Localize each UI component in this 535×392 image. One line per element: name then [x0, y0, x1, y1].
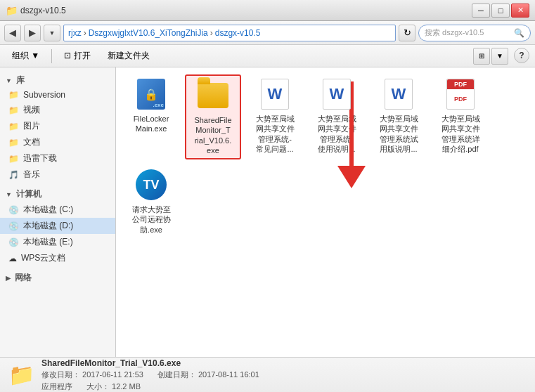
folder-icon: 📁	[8, 154, 19, 164]
file-item-doc2[interactable]: W 大势至局域网共享文件管理系统-使用说明...	[309, 74, 365, 159]
sidebar-item-subversion[interactable]: 📁 Subversion	[0, 88, 115, 102]
close-button[interactable]: ✕	[511, 4, 529, 18]
drive-icon: 💿	[8, 237, 19, 247]
status-modified-label: 修改日期：	[41, 370, 80, 379]
file-label: 大势至局域网共享文件管理系统-常见问题...	[256, 114, 295, 154]
open-button[interactable]: ⊡ 打开	[58, 47, 96, 65]
file-label: SharedFileMonitor_Trial_V10.6.exe	[194, 115, 231, 155]
path-current[interactable]: dszgx-v10.5	[215, 28, 261, 38]
maximize-button[interactable]: □	[491, 4, 510, 18]
sidebar-item-label: WPS云文档	[21, 252, 65, 264]
file-item-doc1[interactable]: W 大势至局域网共享文件管理系统-常见问题...	[247, 74, 303, 159]
file-label: 大势至局域网共享文件管理系统-使用说明...	[318, 114, 356, 154]
sidebar-item-video[interactable]: 📁 视频	[0, 102, 115, 118]
sidebar-item-pictures[interactable]: 📁 图片	[0, 118, 115, 134]
file-icon-wrapper: 🔒	[134, 77, 168, 111]
status-modified: 修改日期： 2017-06-11 21:53	[41, 370, 143, 380]
music-icon: 🎵	[8, 170, 19, 180]
sidebar-item-label: 文档	[23, 136, 40, 148]
main-content: ▼ 库 📁 Subversion 📁 视频 📁 图片 📁 文档 📁 迅雷下	[0, 67, 535, 357]
file-label: FileLockerMain.exe	[134, 114, 169, 134]
sidebar-item-label: Subversion	[23, 90, 65, 100]
arrow-icon: ▼	[6, 77, 12, 84]
search-box[interactable]: 搜索 dszgx-v10.5 🔍	[418, 25, 531, 41]
sidebar-header-library[interactable]: ▼ 库	[0, 72, 115, 88]
sidebar-item-docs[interactable]: 📁 文档	[0, 134, 115, 150]
file-label: 大势至局域网共享文件管理系统详细介绍.pdf	[441, 114, 480, 154]
drive-icon: 💿	[8, 221, 19, 231]
window-title: dszgx-v10.5	[20, 6, 66, 15]
sidebar-group-network: ▶ 网络	[0, 269, 115, 285]
status-bar: 📁 SharedFileMonitor_Trial_V10.6.exe 修改日期…	[0, 357, 535, 392]
status-details-2: 应用程序 大小： 12.2 MB	[41, 381, 259, 392]
file-icon-wrapper: W	[258, 77, 292, 111]
word-icon: W	[323, 79, 351, 110]
help-button[interactable]: ?	[514, 48, 529, 63]
file-icon-wrapper: W	[320, 77, 354, 111]
file-item-doc3[interactable]: W 大势至局域网共享文件管理系统试用版说明...	[370, 74, 427, 159]
sidebar-item-xunlei[interactable]: 📁 迅雷下载	[0, 150, 115, 166]
refresh-button[interactable]: ↻	[399, 25, 415, 41]
folder-icon: 📁	[8, 105, 19, 115]
sidebar-item-label: 视频	[23, 104, 40, 116]
status-size-value: 12.2 MB	[112, 382, 141, 391]
folder-icon: 📁	[8, 138, 19, 148]
forward-button[interactable]: ▶	[24, 25, 41, 41]
folder-icon: 📁	[8, 90, 19, 100]
status-size: 大小： 12.2 MB	[86, 381, 141, 392]
toolbar-separator	[51, 49, 52, 63]
sidebar-item-drive-e[interactable]: 💿 本地磁盘 (E:)	[0, 234, 115, 250]
sidebar-item-label: 图片	[23, 120, 40, 132]
sidebar-item-label: 本地磁盘 (C:)	[23, 204, 73, 216]
title-bar-left: 📁 dszgx-v10.5	[6, 5, 66, 16]
sidebar: ▼ 库 📁 Subversion 📁 视频 📁 图片 📁 文档 📁 迅雷下	[0, 67, 116, 357]
sidebar-section-label: 网络	[15, 272, 32, 284]
back-button[interactable]: ◀	[4, 25, 21, 41]
arrow-head	[337, 166, 366, 188]
sidebar-item-label: 音乐	[23, 169, 40, 181]
status-type: 应用程序	[41, 381, 72, 392]
word-icon: W	[385, 79, 413, 110]
sidebar-item-drive-d[interactable]: 💿 本地磁盘 (D:)	[0, 218, 115, 234]
path-rjxz[interactable]: rjxz	[68, 28, 82, 38]
sidebar-header-computer[interactable]: ▼ 计算机	[0, 185, 115, 202]
search-icon: 🔍	[514, 28, 524, 38]
minimize-button[interactable]: ─	[472, 4, 490, 18]
file-item-sharedfilemonitor[interactable]: SharedFileMonitor_Trial_V10.6.exe	[185, 74, 241, 159]
sidebar-section-label: 计算机	[16, 188, 41, 200]
view-dropdown[interactable]: ▼	[491, 48, 508, 65]
toolbar: 组织 ▼ ⊡ 打开 新建文件夹 ⊞ ▼ ?	[0, 45, 535, 67]
status-size-label: 大小：	[86, 382, 110, 391]
sidebar-item-label: 本地磁盘 (D:)	[23, 220, 73, 232]
status-details: 修改日期： 2017-06-11 21:53 创建日期： 2017-08-11 …	[41, 370, 259, 380]
new-folder-button[interactable]: 新建文件夹	[101, 47, 156, 65]
arrow-icon: ▶	[6, 275, 11, 282]
recent-locations-button[interactable]: ▼	[44, 25, 60, 41]
arrow-icon: ▼	[6, 191, 12, 198]
title-bar-controls: ─ □ ✕	[472, 4, 529, 18]
file-icon-wrapper: TV	[134, 168, 168, 202]
sidebar-item-drive-c[interactable]: 💿 本地磁盘 (C:)	[0, 202, 115, 218]
sidebar-item-label: 本地磁盘 (E:)	[23, 236, 73, 248]
file-item-filelocker[interactable]: 🔒 FileLockerMain.exe	[123, 74, 179, 159]
sidebar-item-wps-cloud[interactable]: ☁ WPS云文档	[0, 250, 115, 266]
path-dszgx[interactable]: DszgxwjglxtV10.6_XiTongZhiJia	[89, 28, 208, 38]
sidebar-item-label: 迅雷下载	[23, 152, 57, 164]
sidebar-header-network[interactable]: ▶ 网络	[0, 269, 115, 285]
file-icon-wrapper: PDF PDF	[444, 77, 477, 111]
file-item-pdf[interactable]: PDF PDF 大势至局域网共享文件管理系统详细介绍.pdf	[432, 74, 489, 159]
address-path[interactable]: rjxz › DszgxwjglxtV10.6_XiTongZhiJia › d…	[63, 25, 396, 41]
exe-icon: 🔒	[137, 79, 165, 110]
view-buttons: ⊞ ▼ ?	[473, 48, 529, 65]
file-icon-wrapper	[196, 79, 230, 112]
sidebar-group-computer: ▼ 计算机 💿 本地磁盘 (C:) 💿 本地磁盘 (D:) 💿 本地磁盘 (E:…	[0, 185, 115, 266]
status-created-label: 创建日期：	[157, 370, 196, 379]
sidebar-item-music[interactable]: 🎵 音乐	[0, 166, 115, 183]
status-filename: SharedFileMonitor_Trial_V10.6.exe	[41, 358, 259, 368]
organize-button[interactable]: 组织 ▼	[6, 47, 46, 65]
view-small-icon[interactable]: ⊞	[473, 48, 490, 65]
file-item-teamviewer[interactable]: TV 请求大势至公司远程协助.exe	[123, 165, 179, 237]
search-placeholder: 搜索 dszgx-v10.5	[425, 27, 484, 38]
file-label: 大势至局域网共享文件管理系统试用版说明...	[380, 114, 418, 154]
sidebar-section-label: 库	[16, 74, 25, 86]
